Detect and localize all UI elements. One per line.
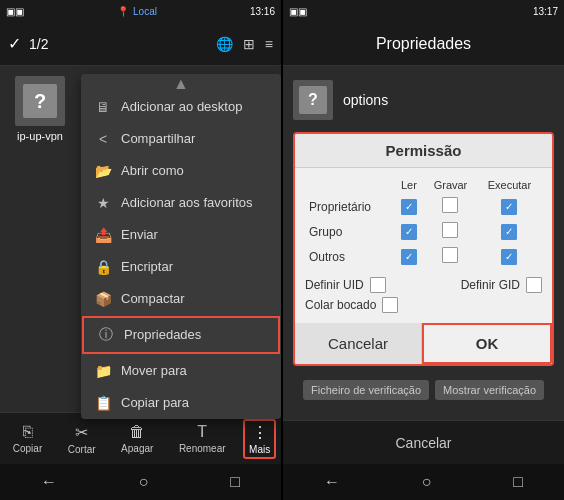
menu-item-add-desktop[interactable]: 🖥 Adicionar ao desktop	[81, 91, 281, 123]
definir-uid-label: Definir UID	[305, 278, 364, 292]
menu-item-copy[interactable]: 📋 Copiar para	[81, 387, 281, 419]
left-screen: ▣▣ 📍 Local 13:16 ✓ 1/2 🌐 ⊞ ≡ ? ip-up-vpn	[0, 0, 281, 500]
signal-icon: ▣▣	[6, 6, 24, 17]
group-label: Grupo	[305, 219, 394, 244]
dialog-title: Permissão	[295, 134, 552, 168]
col-header-executar: Executar	[477, 176, 542, 194]
gid-checkbox[interactable]	[526, 277, 542, 293]
preview-icon: ?	[299, 86, 327, 114]
list-item[interactable]: ? ip-up-vpn	[10, 76, 70, 142]
dialog-buttons: Cancelar OK	[295, 323, 552, 364]
col-header-gravar: Gravar	[424, 176, 477, 194]
file-icon: ?	[23, 84, 57, 118]
verify-file-button[interactable]: Ficheiro de verificação	[303, 380, 429, 400]
col-header-ler: Ler	[394, 176, 424, 194]
send-icon: 📤	[95, 227, 111, 243]
others-ler-cell[interactable]	[394, 244, 424, 269]
copy-button[interactable]: ⎘ Copiar	[5, 419, 50, 458]
group-executar-checkbox[interactable]	[501, 224, 517, 240]
cut-button[interactable]: ✂ Cortar	[60, 419, 104, 459]
more-button[interactable]: ⋮ Mais	[243, 419, 276, 459]
trash-icon: 🗑	[129, 423, 145, 441]
check-icon[interactable]: ✓	[8, 34, 21, 53]
owner-gravar-cell[interactable]	[424, 194, 477, 219]
show-verify-button[interactable]: Mostrar verificação	[435, 380, 544, 400]
others-executar-cell[interactable]	[477, 244, 542, 269]
cancel-bar-label: Cancelar	[395, 435, 451, 451]
back-button-right[interactable]: ←	[324, 473, 340, 491]
recent-button-right[interactable]: □	[513, 473, 523, 491]
more-icon: ⋮	[252, 423, 268, 442]
group-ler-checkbox[interactable]	[401, 224, 417, 240]
menu-item-favorites[interactable]: ★ Adicionar aos favoritos	[81, 187, 281, 219]
cancel-bar[interactable]: Cancelar	[283, 420, 564, 464]
home-button[interactable]: ○	[139, 473, 149, 491]
others-executar-checkbox[interactable]	[501, 249, 517, 265]
globe-icon[interactable]: 🌐	[216, 36, 233, 52]
properties-title: Propriedades	[376, 35, 471, 53]
right-top-bar: Propriedades	[283, 22, 564, 66]
page-counter: 1/2	[29, 36, 208, 52]
show-verify-label: Mostrar verificação	[443, 384, 536, 396]
group-executar-cell[interactable]	[477, 219, 542, 244]
file-name: ip-up-vpn	[17, 130, 63, 142]
group-gravar-cell[interactable]	[424, 219, 477, 244]
owner-ler-checkbox[interactable]	[401, 199, 417, 215]
back-button[interactable]: ←	[41, 473, 57, 491]
dialog-body: Ler Gravar Executar Proprietário	[295, 168, 552, 323]
time-right: 13:17	[533, 6, 558, 17]
ok-dialog-button[interactable]: OK	[422, 323, 552, 364]
col-header-empty	[305, 176, 394, 194]
verify-file-label: Ficheiro de verificação	[311, 384, 421, 396]
left-bottom-bar: ⎘ Copiar ✂ Cortar 🗑 Apagar T Renomear ⋮ …	[0, 412, 281, 464]
others-ler-checkbox[interactable]	[401, 249, 417, 265]
table-row: Grupo	[305, 219, 542, 244]
colar-checkbox[interactable]	[382, 297, 398, 313]
rename-button[interactable]: T Renomear	[171, 419, 234, 458]
properties-content: ? options Permissão Ler Gravar Executar	[283, 66, 564, 420]
cut-label: Cortar	[68, 444, 96, 455]
extra-row-uid: Definir UID Definir GID	[305, 275, 542, 295]
others-gravar-cell[interactable]	[424, 244, 477, 269]
left-status-icons: ▣▣	[6, 6, 24, 17]
menu-item-move[interactable]: 📁 Mover para	[81, 355, 281, 387]
delete-label: Apagar	[121, 443, 153, 454]
others-label: Outros	[305, 244, 394, 269]
home-button-right[interactable]: ○	[422, 473, 432, 491]
extra-row-colar: Colar bocado	[305, 295, 542, 315]
delete-button[interactable]: 🗑 Apagar	[113, 419, 161, 458]
file-area: ? ip-up-vpn ? ✓ options ▲ 🖥 Adicionar ao…	[0, 66, 281, 412]
more-label: Mais	[249, 444, 270, 455]
rename-icon: T	[197, 423, 207, 441]
top-bar-actions: 🌐 ⊞ ≡	[216, 36, 273, 52]
grid-icon[interactable]: ⊞	[243, 36, 255, 52]
file-preview-name: options	[343, 92, 388, 108]
owner-gravar-checkbox[interactable]	[442, 197, 458, 213]
uid-checkbox[interactable]	[370, 277, 386, 293]
menu-item-encrypt[interactable]: 🔒 Encriptar	[81, 251, 281, 283]
openfile-icon: 📂	[95, 163, 111, 179]
owner-executar-cell[interactable]	[477, 194, 542, 219]
owner-ler-cell[interactable]	[394, 194, 424, 219]
permission-dialog: Permissão Ler Gravar Executar Proprietár…	[293, 132, 554, 366]
menu-item-compress[interactable]: 📦 Compactar	[81, 283, 281, 315]
star-icon: ★	[95, 195, 111, 211]
owner-executar-checkbox[interactable]	[501, 199, 517, 215]
group-ler-cell[interactable]	[394, 219, 424, 244]
menu-item-properties[interactable]: ⓘ Propriedades	[82, 316, 280, 354]
signal-icon-right: ▣▣	[289, 6, 307, 17]
copy-icon: ⎘	[23, 423, 33, 441]
colar-bocado-label: Colar bocado	[305, 298, 376, 312]
others-gravar-checkbox[interactable]	[442, 247, 458, 263]
menu-item-share[interactable]: < Compartilhar	[81, 123, 281, 155]
time-left: 13:16	[250, 6, 275, 17]
recent-button[interactable]: □	[230, 473, 240, 491]
cancel-dialog-button[interactable]: Cancelar	[295, 323, 421, 364]
group-gravar-checkbox[interactable]	[442, 222, 458, 238]
archive-icon: 📦	[95, 291, 111, 307]
menu-item-open-as[interactable]: 📂 Abrir como	[81, 155, 281, 187]
menu-item-send[interactable]: 📤 Enviar	[81, 219, 281, 251]
info-icon: ⓘ	[98, 326, 114, 344]
definir-gid-label: Definir GID	[461, 278, 520, 292]
sort-icon[interactable]: ≡	[265, 36, 273, 52]
